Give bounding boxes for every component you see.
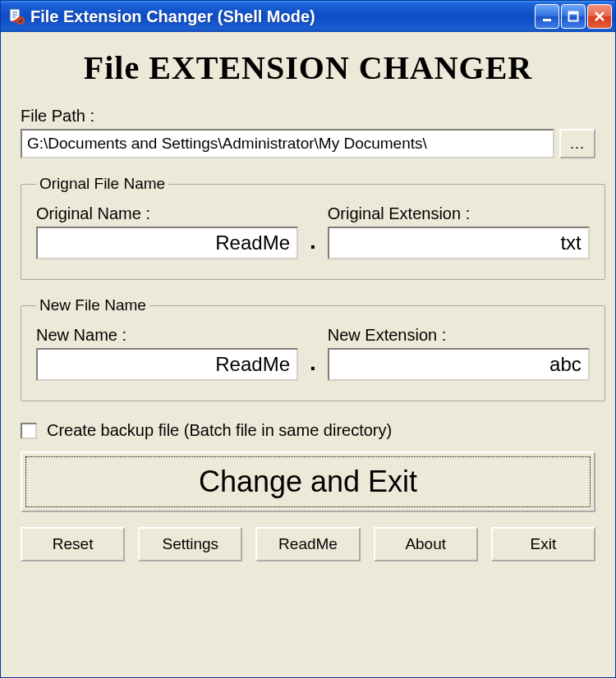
about-button[interactable]: About (374, 527, 478, 561)
application-window: File Extension Changer (Shell Mode) File… (0, 0, 616, 678)
browse-button[interactable]: ... (559, 129, 595, 158)
file-path-label: File Path : (21, 107, 595, 126)
dot-separator: . (310, 228, 316, 259)
original-group-legend: Orignal File Name (36, 175, 168, 193)
readme-button[interactable]: ReadMe (255, 527, 360, 561)
new-name-label: New Name : (36, 326, 298, 345)
maximize-button[interactable] (561, 4, 586, 29)
dot-separator: . (310, 350, 316, 381)
new-extension-label: New Extension : (328, 326, 590, 345)
settings-button[interactable]: Settings (138, 527, 242, 561)
backup-checkbox[interactable] (21, 423, 37, 439)
app-icon (7, 7, 25, 25)
exit-button[interactable]: Exit (491, 527, 595, 561)
original-name-label: Original Name : (36, 204, 298, 223)
backup-label: Create backup file (Batch file in same d… (47, 421, 392, 440)
new-name-input[interactable] (36, 348, 298, 381)
titlebar: File Extension Changer (Shell Mode) (1, 1, 615, 32)
original-extension-label: Original Extension : (328, 204, 590, 223)
reset-button[interactable]: Reset (21, 527, 125, 561)
svg-rect-6 (569, 12, 578, 15)
new-file-group: New File Name New Name : . New Extension… (21, 296, 605, 401)
file-path-input[interactable] (21, 129, 554, 158)
original-file-group: Orignal File Name Original Name : . Orig… (21, 175, 605, 280)
minimize-button[interactable] (535, 4, 559, 29)
new-group-legend: New File Name (36, 296, 149, 314)
change-and-exit-button[interactable]: Change and Exit (21, 451, 595, 512)
close-button[interactable] (587, 4, 612, 29)
svg-rect-4 (543, 19, 551, 21)
window-controls (535, 4, 612, 29)
original-name-input[interactable] (36, 227, 298, 259)
new-extension-input[interactable] (328, 348, 590, 381)
change-and-exit-label: Change and Exit (199, 465, 417, 498)
original-extension-input[interactable] (328, 227, 590, 259)
client-area: File EXTENSION CHANGER File Path : ... O… (1, 32, 615, 677)
app-heading: File EXTENSION CHANGER (21, 48, 595, 87)
window-title: File Extension Changer (Shell Mode) (30, 7, 535, 26)
